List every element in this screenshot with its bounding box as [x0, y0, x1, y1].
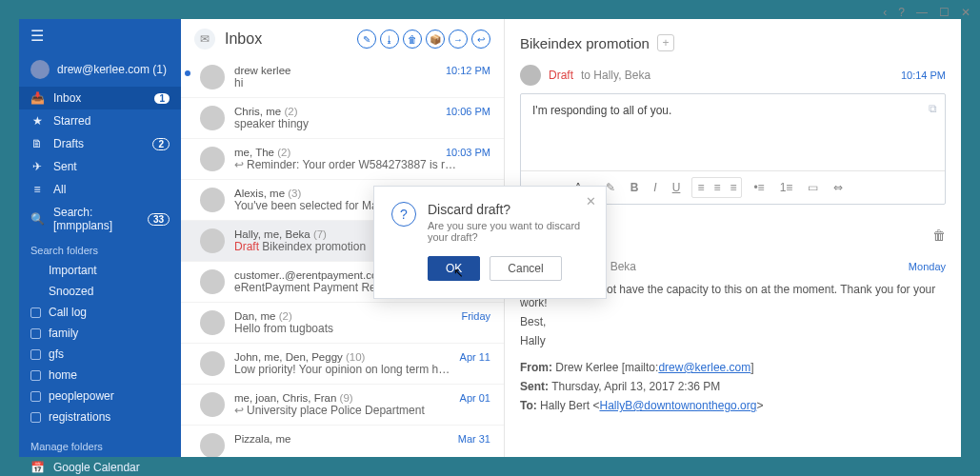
folder-item[interactable]: family: [19, 323, 181, 344]
badge: 33: [148, 213, 170, 226]
number-list-icon[interactable]: 1≡: [776, 179, 797, 196]
message-from: Chris, me (2): [234, 106, 297, 117]
message-row[interactable]: Dan, me (2)FridayHello from tugboats: [181, 303, 504, 344]
image-icon[interactable]: ▭: [804, 179, 822, 196]
checkbox[interactable]: [30, 370, 41, 381]
back-icon[interactable]: ‹: [883, 6, 887, 19]
message-row[interactable]: drew kerlee 10:12 PMhi: [181, 57, 504, 98]
account-email: drew@kerlee.com (1): [57, 63, 167, 76]
folder-label: registrations: [49, 410, 110, 424]
nav-label: Sent: [53, 160, 77, 173]
folder-item[interactable]: Important: [19, 260, 181, 281]
message-from: me, The (2): [234, 147, 290, 158]
message-time: 10:06 PM: [446, 106, 490, 117]
checkbox[interactable]: [30, 412, 41, 423]
compose-body[interactable]: I'm responding to all of you. ⧉: [521, 94, 945, 170]
nav-drafts[interactable]: 🗎Drafts2: [19, 132, 181, 155]
nav-sent[interactable]: ✈Sent: [19, 155, 181, 178]
compose-button[interactable]: ✎: [357, 30, 376, 49]
manage-folders[interactable]: Manage folders: [19, 433, 181, 456]
minimize-icon[interactable]: —: [916, 6, 928, 19]
underline-icon[interactable]: U: [669, 179, 685, 196]
all-icon: ≡: [30, 183, 44, 196]
cancel-button[interactable]: Cancel: [490, 256, 561, 281]
ok-button[interactable]: OK: [428, 256, 480, 281]
nav-label: All: [53, 183, 66, 196]
archive-button[interactable]: 📦: [426, 30, 445, 49]
folder-item[interactable]: Call log: [19, 302, 181, 323]
folder-label: Call log: [49, 306, 87, 319]
nav-search[interactable]: 🔍Search: [mmpplans]33: [19, 201, 181, 237]
reply-icon: ↩: [234, 158, 244, 171]
delete-button[interactable]: 🗑: [403, 30, 422, 49]
compose-text: I'm responding to all of you.: [532, 104, 671, 117]
window-controls: ‹ ? — ☐ ✕: [883, 6, 970, 19]
download-button[interactable]: ⭳: [380, 30, 399, 49]
message-row[interactable]: me, The (2)10:03 PM↩Reminder: Your order…: [181, 139, 504, 180]
avatar: [200, 392, 225, 417]
sidebar: ☰ drew@kerlee.com (1) 📥Inbox1★Starred🗎Dr…: [19, 19, 181, 457]
checkbox[interactable]: [30, 391, 41, 402]
folder-label: Snoozed: [49, 285, 93, 298]
avatar: [200, 188, 225, 212]
avatar: [200, 106, 225, 130]
nav-label: Search: [mmpplans]: [53, 206, 138, 232]
draft-label: Draft: [234, 240, 259, 253]
hamburger-icon[interactable]: ☰: [19, 19, 181, 52]
message-time: 10:03 PM: [446, 147, 490, 158]
message-subject: Reminder: Your order W584273887 is r…: [247, 158, 456, 171]
message-row[interactable]: me, joan, Chris, Fran (9)Apr 01↩Universi…: [181, 385, 504, 426]
close-icon[interactable]: ✕: [961, 6, 970, 19]
nav-inbox[interactable]: 📥Inbox1: [19, 87, 181, 109]
maximize-icon[interactable]: ☐: [939, 6, 950, 19]
message-row[interactable]: Chris, me (2)10:06 PMspeaker thingy: [181, 98, 504, 139]
message-row[interactable]: John, me, Den, Peggy (10)Apr 11Low prior…: [181, 344, 504, 385]
forward-button[interactable]: →: [449, 30, 468, 49]
close-icon[interactable]: ✕: [586, 194, 596, 208]
folder-item[interactable]: registrations: [19, 407, 181, 427]
italic-icon[interactable]: I: [650, 179, 660, 196]
nav-all[interactable]: ≡All: [19, 178, 181, 201]
message-time: Apr 11: [460, 351, 490, 363]
folder-item[interactable]: peoplepower: [19, 386, 181, 407]
bottom-label: Google Calendar: [53, 461, 140, 474]
popout-icon[interactable]: ⧉: [929, 102, 937, 115]
nav-star[interactable]: ★Starred: [19, 109, 181, 132]
message-time: 10:12 PM: [446, 65, 490, 76]
message-time: Mar 31: [458, 433, 490, 445]
align-center-icon[interactable]: ≡: [710, 179, 724, 196]
cal-icon: 📅: [30, 461, 44, 474]
reply-button[interactable]: ↩: [471, 30, 490, 49]
message-from: me, joan, Chris, Fran (9): [234, 392, 353, 404]
avatar: [520, 65, 541, 86]
trash-icon[interactable]: 🗑: [932, 228, 946, 243]
checkbox[interactable]: [30, 328, 41, 339]
draft-label: Draft: [549, 69, 573, 82]
avatar: [200, 147, 225, 171]
link-icon[interactable]: ⇔: [830, 179, 847, 196]
discard-draft-dialog: ✕ ? Discard draft? Are you sure you want…: [373, 186, 607, 299]
folder-item[interactable]: gfs: [19, 344, 181, 365]
account-row[interactable]: drew@kerlee.com (1): [19, 52, 181, 87]
question-icon: ?: [391, 202, 416, 227]
badge: 2: [152, 138, 170, 150]
bold-icon[interactable]: B: [627, 179, 643, 196]
checkbox[interactable]: [30, 307, 41, 318]
thread-date: Monday: [909, 261, 946, 272]
add-label-button[interactable]: +: [657, 34, 674, 51]
align-left-icon[interactable]: ≡: [693, 179, 708, 196]
message-subject: speaker thingy: [234, 117, 309, 130]
checkbox[interactable]: [30, 349, 41, 360]
search-icon: 🔍: [30, 212, 44, 226]
align-right-icon[interactable]: ≡: [726, 179, 740, 196]
folder-item[interactable]: home: [19, 365, 181, 386]
thread-sig: Hally: [520, 334, 946, 347]
unread-dot: [185, 70, 190, 76]
folder-item[interactable]: Snoozed: [19, 281, 181, 302]
mailto-link[interactable]: HallyB@downtownonthego.org: [599, 399, 756, 412]
help-icon[interactable]: ?: [898, 6, 905, 19]
mailto-link[interactable]: drew@kerlee.com: [658, 361, 750, 374]
bottom-cal[interactable]: 📅Google Calendar: [19, 456, 181, 476]
message-row[interactable]: Pizzala, me Mar 31: [181, 426, 504, 457]
bullet-list-icon[interactable]: •≡: [750, 179, 768, 196]
